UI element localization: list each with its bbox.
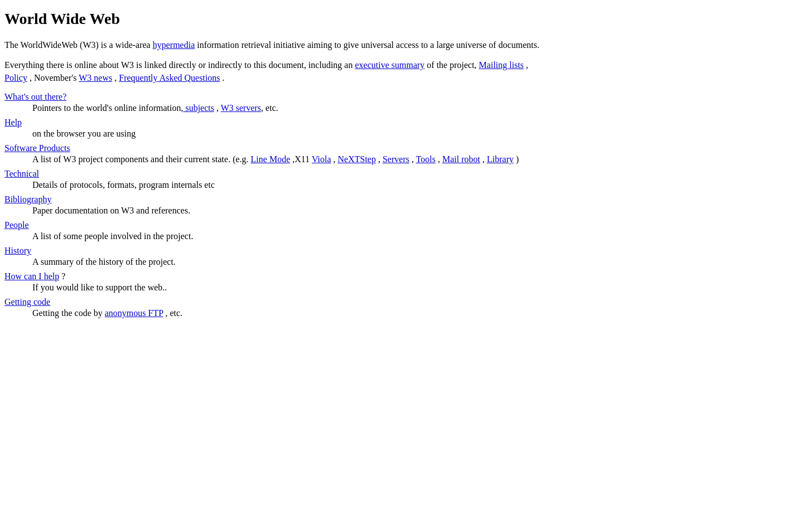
intro-paragraph-1: The WorldWideWeb (W3) is a wide-area hyp… xyxy=(4,39,803,51)
list-item-desc: Getting the code by anonymous FTP , etc. xyxy=(32,308,803,318)
anonymous-ftp-link[interactable]: anonymous FTP xyxy=(105,308,163,318)
intro2-prefix: Everything there is online about W3 is l… xyxy=(4,60,355,70)
whats-out-there-link[interactable]: What's out there? xyxy=(4,92,66,101)
subjects-link[interactable]: subjects xyxy=(183,103,214,113)
intro2-mid2: , xyxy=(524,60,528,70)
list-item-desc: Paper documentation on W3 and references… xyxy=(32,206,803,216)
list-item: Getting code xyxy=(4,297,803,307)
list-item: Technical xyxy=(4,169,803,179)
list-item: What's out there? xyxy=(4,92,803,102)
list-item-desc: Pointers to the world's online informati… xyxy=(32,103,803,113)
line-mode-link[interactable]: Line Mode xyxy=(251,154,291,164)
intro2-mid3: , November's xyxy=(27,73,79,82)
help-link[interactable]: Help xyxy=(4,118,22,127)
mailing-lists-link[interactable]: Mailing lists xyxy=(479,60,524,70)
w3servers-link[interactable]: W3 servers xyxy=(221,103,261,113)
hypermedia-link[interactable]: hypermedia xyxy=(153,40,195,50)
library-link[interactable]: Library xyxy=(487,154,514,164)
intro1-rest: information retrieval initiative aiming … xyxy=(195,40,539,50)
software-products-link[interactable]: Software Products xyxy=(4,143,70,153)
nextstep-link[interactable]: NeXTStep xyxy=(338,154,376,164)
bibliography-link[interactable]: Bibliography xyxy=(4,195,51,204)
people-link[interactable]: People xyxy=(4,220,29,230)
executive-summary-link[interactable]: executive summary xyxy=(355,60,424,70)
tools-link[interactable]: Tools xyxy=(416,154,436,164)
list-item-desc: A list of some people involved in the pr… xyxy=(32,231,803,241)
viola-link[interactable]: Viola xyxy=(312,154,331,164)
list-item: Software Products xyxy=(4,143,803,153)
policy-link[interactable]: Policy xyxy=(4,73,27,82)
mail-robot-link[interactable]: Mail robot xyxy=(442,154,480,164)
list-item-desc: Details of protocols, formats, program i… xyxy=(32,180,803,190)
list-item: Help xyxy=(4,118,803,128)
history-link[interactable]: History xyxy=(4,246,31,255)
w3news-link[interactable]: W3 news xyxy=(79,73,112,82)
getting-code-link[interactable]: Getting code xyxy=(4,297,50,307)
list-item-desc: A summary of the history of the project. xyxy=(32,257,803,267)
intro-paragraph-2: Everything there is online about W3 is l… xyxy=(4,59,803,84)
intro1-text: The WorldWideWeb (W3) is a wide-area xyxy=(4,40,153,50)
intro2-mid4: , xyxy=(112,73,119,82)
main-list: What's out there? Pointers to the world'… xyxy=(4,92,803,318)
faq-link[interactable]: Frequently Asked Questions xyxy=(119,73,220,82)
intro2-end: . xyxy=(220,73,225,82)
page-title: World Wide Web xyxy=(4,10,803,28)
how-can-i-help-link[interactable]: How can I help xyxy=(4,271,59,281)
list-item-desc: A list of W3 project components and thei… xyxy=(32,154,803,164)
list-item: Bibliography xyxy=(4,195,803,205)
list-item: How can I help ? xyxy=(4,271,803,281)
servers-link[interactable]: Servers xyxy=(383,154,409,164)
list-item: History xyxy=(4,246,803,256)
intro2-mid1: of the project, xyxy=(424,60,478,70)
list-item-desc: If you would like to support the web.. xyxy=(32,283,803,293)
list-item: People xyxy=(4,220,803,230)
list-item-desc: on the browser you are using xyxy=(32,129,803,139)
technical-link[interactable]: Technical xyxy=(4,169,39,178)
